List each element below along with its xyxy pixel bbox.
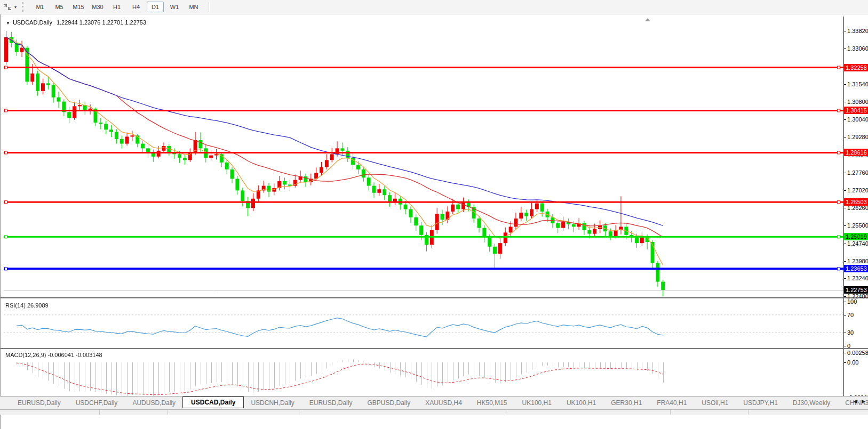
tab-4-usdcnh-daily[interactable]: USDCNH,Daily (244, 398, 301, 408)
price-tick: 1.25500 (847, 222, 868, 229)
toolbar-separator (209, 2, 210, 12)
macd-panel-canvas[interactable] (4, 350, 843, 400)
status-strip-separator (299, 410, 299, 415)
chart-ohlc-values: 1.22944 1.23076 1.22701 1.22753 (57, 19, 146, 26)
price-tick: 1.27020 (847, 187, 868, 193)
price-tick: 1.33820 (847, 28, 868, 34)
timeframe-button-m1[interactable]: M1 (31, 2, 49, 12)
rsi-scale-tick: 100 (847, 298, 857, 305)
tab-8-hk50-m15[interactable]: HK50,M15 (470, 398, 514, 408)
price-tick: 1.30040 (847, 116, 868, 123)
price-tick: 1.27760 (847, 169, 868, 176)
tab-scroll-left-icon[interactable]: ◀ (853, 399, 857, 404)
price-level-flag: 1.25019 (844, 233, 868, 240)
status-strip-separator (506, 410, 506, 415)
tab-scroll-right-icon[interactable]: ▶ (862, 399, 865, 404)
rsi-scale-tick: 0 (847, 343, 850, 349)
timeframe-button-h4[interactable]: H4 (128, 2, 145, 12)
tab-2-audusd-daily[interactable]: AUDUSD,Daily (125, 398, 182, 408)
rsi-indicator-label: RSI(14) 26.9089 (5, 302, 49, 309)
symbol-dropdown-icon[interactable]: ▼ (6, 21, 10, 26)
price-tick: 1.31540 (847, 81, 868, 87)
tab-0-eurusd-daily[interactable]: EURUSD,Daily (11, 398, 68, 408)
rsi-panel-canvas[interactable] (4, 300, 843, 348)
price-tick: 1.23240 (847, 275, 868, 281)
timeframe-button-h1[interactable]: H1 (108, 2, 125, 12)
timeframe-button-m5[interactable]: M5 (51, 2, 68, 12)
price-tick: 1.23980 (847, 258, 868, 264)
price-level-flag: 1.23653 (844, 265, 868, 272)
tab-5-eurusd-daily[interactable]: EURUSD,Daily (302, 398, 360, 408)
macd-indicator-label: MACD(12,26,9) -0.006041 -0.003148 (5, 352, 102, 358)
macd-scale-tick: 0.00258 (847, 350, 868, 356)
price-level-flag: 1.30415 (844, 107, 868, 114)
macd-scale-tick: 0.00 (847, 359, 858, 366)
rsi-scale-tick: 30 (847, 329, 854, 336)
charts-toolbar-icon[interactable] (2, 2, 13, 12)
symbol-tab-bar: EURUSD,DailyUSDCHF,DailyAUDUSD,DailyUSDC… (0, 396, 868, 409)
price-tick: 1.24740 (847, 240, 868, 247)
chart-header: ▼USDCAD,Daily1.22944 1.23076 1.22701 1.2… (6, 19, 146, 26)
tab-15-dj30-weekly[interactable]: DJ30,Weekly (786, 398, 837, 408)
timeframe-button-m15[interactable]: M15 (70, 2, 87, 12)
tab-11-ger30-h1[interactable]: GER30,H1 (604, 398, 649, 408)
macd-panel-divider[interactable] (1, 348, 868, 349)
status-strip-separator (99, 410, 100, 415)
toolbar-dropdown-icon[interactable]: ▾ (13, 4, 18, 11)
timeframe-button-w1[interactable]: W1 (166, 2, 183, 12)
price-tick: 1.33060 (847, 45, 868, 52)
price-level-flag: 1.28616 (844, 149, 868, 156)
tab-scroll-buttons: ◀ ▶ (853, 399, 865, 404)
chart-window: ▼USDCAD,Daily1.22944 1.23076 1.22701 1.2… (0, 14, 868, 429)
tab-13-usoil-h1[interactable]: USOil,H1 (695, 398, 735, 408)
tab-3-usdcad-daily[interactable]: USDCAD,Daily (182, 396, 244, 408)
tab-7-xauusd-h4[interactable]: XAUUSD,H4 (418, 398, 469, 408)
chart-symbol-period: USDCAD,Daily (13, 19, 52, 26)
timeframe-button-m30[interactable]: M30 (89, 2, 106, 12)
rsi-panel-divider[interactable] (1, 297, 868, 298)
tab-9-uk100-h1[interactable]: UK100,H1 (515, 398, 559, 408)
top-toolbar: ▾ M1M5M15M30H1H4D1W1MN (0, 0, 868, 14)
price-level-flag: 1.22753 (844, 286, 868, 294)
price-level-flag: 1.32258 (844, 64, 868, 71)
tab-1-usdchf-daily[interactable]: USDCHF,Daily (69, 398, 125, 408)
status-strip (0, 409, 868, 415)
timeframe-button-mn[interactable]: MN (185, 2, 202, 12)
tab-14-usdjpy-h1[interactable]: USDJPY,H1 (736, 398, 784, 408)
toolbar-grip (22, 2, 26, 12)
status-strip-separator (670, 410, 671, 415)
timeframe-buttons: M1M5M15M30H1H4D1W1MN (30, 0, 203, 14)
status-strip-separator (168, 410, 168, 415)
price-tick: 1.30800 (847, 99, 868, 105)
chart-shift-marker-icon[interactable] (645, 18, 650, 21)
tab-10-uk100-h1[interactable]: UK100,H1 (560, 398, 603, 408)
main-chart-canvas[interactable] (4, 17, 843, 297)
price-level-flag: 1.26503 (844, 198, 868, 206)
tab-6-gbpusd-daily[interactable]: GBPUSD,Daily (360, 398, 417, 408)
tab-12-fra40-h1[interactable]: FRA40,H1 (650, 398, 694, 408)
timeframe-button-d1[interactable]: D1 (147, 2, 164, 12)
status-strip-separator (748, 410, 748, 415)
price-tick: 1.29280 (847, 134, 868, 140)
rsi-scale-tick: 70 (847, 312, 854, 318)
